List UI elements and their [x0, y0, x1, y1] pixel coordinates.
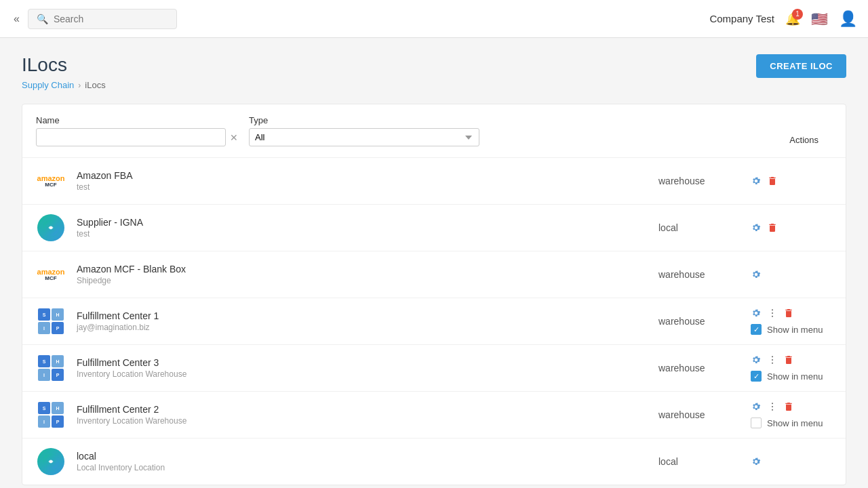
table-row: S H I P Fulfillment Center 2 Inventory L…: [22, 392, 846, 439]
table-row: local Local Inventory Location local: [22, 439, 846, 485]
row-info: Fulfillment Center 3 Inventory Location …: [77, 357, 648, 379]
delete-icon[interactable]: [767, 222, 778, 233]
show-menu-label: Show in menu: [767, 371, 823, 382]
gear-icon[interactable]: [751, 401, 762, 412]
breadcrumb-parent[interactable]: Supply Chain: [22, 80, 74, 90]
show-menu-checkbox[interactable]: [751, 324, 762, 335]
table-row: amazon MCF Amazon FBA test warehouse: [22, 158, 846, 205]
show-menu-row: Show in menu: [751, 324, 823, 335]
row-type: warehouse: [658, 176, 740, 186]
notification-button[interactable]: 🔔 1: [785, 12, 800, 26]
row-sub: jay@imagination.biz: [77, 323, 648, 332]
delete-icon[interactable]: [783, 308, 794, 319]
create-iloc-button[interactable]: CREATE ILOC: [756, 54, 846, 78]
action-row: [751, 354, 794, 365]
page-content: ILocs Supply Chain › iLocs CREATE ILOC N…: [0, 38, 868, 488]
show-menu-checkbox[interactable]: [751, 418, 762, 428]
igna-logo: [37, 448, 64, 475]
page-header: ILocs Supply Chain › iLocs CREATE ILOC: [22, 54, 846, 90]
notification-badge: 1: [792, 9, 803, 20]
gear-icon[interactable]: [751, 308, 762, 319]
filter-name-clear[interactable]: ✕: [230, 132, 238, 143]
breadcrumb: Supply Chain › iLocs: [22, 80, 106, 90]
amazon-logo: amazon MCF: [37, 174, 65, 188]
gear-icon[interactable]: [751, 222, 762, 233]
delete-icon[interactable]: [783, 401, 794, 412]
row-logo: S H I P: [36, 353, 66, 383]
action-row: [751, 269, 762, 280]
gear-icon[interactable]: [751, 269, 762, 280]
search-input[interactable]: [54, 14, 162, 24]
row-actions: [751, 269, 832, 280]
action-row: [751, 456, 762, 467]
row-type: local: [658, 222, 740, 233]
row-actions: Show in menu: [751, 354, 832, 382]
filter-type-group: Type All warehouse local: [249, 115, 479, 146]
show-menu-label: Show in menu: [767, 325, 823, 335]
action-row: [751, 176, 778, 186]
back-button[interactable]: «: [11, 10, 22, 28]
row-logo: amazon MCF: [36, 166, 66, 196]
row-sub: Inventory Location Warehouse: [77, 416, 648, 426]
svg-point-4: [772, 316, 773, 317]
row-sub: Shipedge: [77, 276, 648, 285]
page-title: ILocs: [22, 54, 106, 76]
row-name: Amazon FBA: [77, 170, 648, 181]
row-info: Amazon MCF - Blank Box Shipedge: [77, 264, 648, 285]
row-logo: amazon MCF: [36, 260, 66, 289]
row-sub: test: [77, 182, 648, 192]
row-type: local: [658, 456, 740, 467]
topnav-right: Company Test 🔔 1 🇺🇸 👤: [709, 10, 857, 28]
row-name: Amazon MCF - Blank Box: [77, 264, 648, 274]
igna-logo: [37, 214, 64, 241]
row-logo: [36, 447, 66, 476]
row-info: Fulfillment Center 1 jay@imagination.biz: [77, 310, 648, 332]
more-icon[interactable]: [767, 308, 778, 319]
row-sub: test: [77, 229, 648, 239]
row-sub: Inventory Location Warehouse: [77, 369, 648, 379]
search-box: 🔍: [28, 9, 177, 29]
svg-point-9: [772, 406, 773, 407]
svg-point-10: [772, 409, 773, 411]
actions-header: Actions: [789, 135, 832, 146]
more-icon[interactable]: [767, 354, 778, 365]
row-type: warehouse: [658, 316, 740, 327]
gear-icon[interactable]: [751, 354, 762, 365]
row-actions: Show in menu: [751, 401, 832, 428]
user-icon[interactable]: 👤: [839, 10, 857, 28]
svg-point-5: [772, 356, 773, 357]
topnav: « 🔍 Company Test 🔔 1 🇺🇸 👤: [0, 0, 868, 38]
filter-type-select[interactable]: All warehouse local: [249, 128, 479, 146]
filter-name-input[interactable]: [36, 128, 226, 146]
more-icon[interactable]: [767, 401, 778, 412]
search-icon: 🔍: [37, 14, 48, 24]
delete-icon[interactable]: [767, 176, 778, 186]
table-row: Supplier - IGNA test local: [22, 205, 846, 251]
action-row: [751, 222, 778, 233]
breadcrumb-current: iLocs: [85, 80, 105, 90]
row-name: Supplier - IGNA: [77, 217, 648, 228]
row-sub: Local Inventory Location: [77, 463, 648, 472]
delete-icon[interactable]: [783, 354, 794, 365]
row-type: warehouse: [658, 363, 740, 373]
action-row: [751, 401, 794, 412]
page-title-area: ILocs Supply Chain › iLocs: [22, 54, 106, 90]
gear-icon[interactable]: [751, 456, 762, 467]
gear-icon[interactable]: [751, 176, 762, 186]
shipedge-logo: S H I P: [38, 402, 64, 428]
flag-icon: 🇺🇸: [811, 11, 828, 27]
row-info: Supplier - IGNA test: [77, 217, 648, 239]
row-actions: Show in menu: [751, 308, 832, 335]
svg-point-1: [50, 226, 52, 229]
topnav-left: « 🔍: [11, 9, 177, 29]
row-info: Fulfillment Center 2 Inventory Location …: [77, 404, 648, 426]
shipedge-logo: S H I P: [38, 355, 64, 381]
row-logo: [36, 213, 66, 243]
filter-row: Name ✕ Type All warehouse local Actions: [22, 104, 846, 158]
show-menu-checkbox[interactable]: [751, 371, 762, 382]
row-name: Fulfillment Center 3: [77, 357, 648, 368]
row-logo: S H I P: [36, 400, 66, 430]
svg-point-12: [50, 460, 52, 463]
svg-point-3: [772, 312, 773, 314]
filter-name-wrap: ✕: [36, 128, 238, 146]
